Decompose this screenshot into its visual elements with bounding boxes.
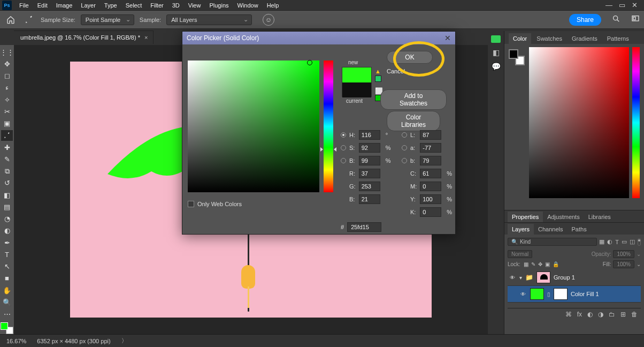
minimize-icon[interactable]: — [605, 1, 612, 9]
document-tab[interactable]: umbrella.jpeg @ 16.7% (Color Fill 1, RGB… [14, 31, 154, 44]
menu-file[interactable]: File [15, 1, 33, 10]
radio-s[interactable] [341, 145, 346, 150]
radio-l[interactable] [402, 132, 407, 138]
tab-properties[interactable]: Properties [508, 212, 543, 222]
tab-swatches[interactable]: Swatches [532, 33, 566, 44]
gradient-tool[interactable]: ▤ [1, 201, 13, 212]
stamp-tool[interactable]: ⧉ [1, 166, 13, 177]
current-color-swatch[interactable] [342, 82, 371, 97]
input-k[interactable] [420, 207, 441, 217]
delete-layer-icon[interactable]: 🗑 [631, 311, 638, 318]
zoom-tool[interactable]: 🔍 [1, 297, 13, 307]
fg-bg-swatch[interactable] [1, 322, 13, 334]
tab-channels[interactable]: Channels [534, 224, 567, 235]
history-brush-tool[interactable]: ↺ [1, 178, 13, 188]
blur-tool[interactable]: ◔ [1, 214, 13, 224]
link-mask-icon[interactable]: ▯ [547, 291, 550, 297]
visibility-toggle-icon[interactable]: 👁 [519, 291, 527, 297]
mask-thumb[interactable] [554, 288, 568, 300]
search-icon[interactable] [612, 14, 620, 25]
sample-select[interactable]: All Layers [166, 14, 252, 25]
fill-layer-name[interactable]: Color Fill 1 [571, 291, 599, 297]
blend-mode-select[interactable]: Normal [508, 250, 532, 258]
hand-tool[interactable]: ✋ [1, 285, 13, 296]
menu-3d[interactable]: 3D [168, 1, 184, 10]
fill-thumb[interactable] [530, 288, 544, 300]
move-tool[interactable]: ✥ [1, 58, 13, 69]
group-mask-thumb[interactable] [536, 271, 550, 283]
new-color-swatch[interactable] [342, 67, 371, 82]
menu-type[interactable]: Type [100, 1, 121, 10]
filter-smart-icon[interactable]: ◫ [630, 238, 635, 245]
filter-adjust-icon[interactable]: ◐ [607, 238, 612, 245]
input-hex[interactable] [347, 222, 381, 232]
tab-patterns[interactable]: Patterns [603, 33, 633, 44]
eyedropper-tool[interactable] [1, 130, 13, 141]
filter-pixel-icon[interactable]: ▦ [599, 238, 604, 245]
sample-size-select[interactable]: Point Sample [81, 14, 134, 25]
new-group-icon[interactable]: 🗀 [609, 311, 615, 318]
radio-lab-b[interactable] [402, 158, 407, 163]
dodge-tool[interactable]: ◐ [1, 225, 13, 236]
group-name[interactable]: Group 1 [554, 274, 575, 281]
tab-paths[interactable]: Paths [568, 224, 591, 235]
menu-view[interactable]: View [184, 1, 205, 10]
opacity-input[interactable]: 100% [613, 250, 634, 258]
menu-window[interactable]: Window [233, 1, 263, 10]
fg-color-swatch[interactable] [1, 322, 8, 330]
menu-filter[interactable]: Filter [146, 1, 167, 10]
status-chevron-icon[interactable]: 〉 [121, 337, 127, 345]
fill-chevron-icon[interactable]: ⌄ [637, 261, 641, 267]
maximize-icon[interactable]: ▭ [619, 1, 625, 9]
filter-shape-icon[interactable]: ▭ [622, 238, 627, 245]
input-g[interactable] [359, 182, 380, 191]
panel-fgbg-swatch[interactable] [509, 49, 525, 65]
workspace-icon[interactable] [631, 14, 640, 25]
color-libraries-button[interactable]: Color Libraries [387, 111, 440, 131]
hue-slider[interactable] [324, 61, 333, 192]
input-h[interactable] [359, 130, 380, 140]
type-tool[interactable]: T [1, 249, 13, 260]
menu-help[interactable]: Help [263, 1, 283, 10]
fx-menu-icon[interactable]: fx [577, 311, 582, 318]
radio-h[interactable] [341, 132, 346, 138]
lock-artboard-icon[interactable]: ▣ [545, 261, 550, 267]
heal-tool[interactable]: ✚ [1, 142, 13, 153]
layer-filter-kind-select[interactable]: 🔍 Kind [508, 238, 597, 246]
collapsed-color-icon[interactable] [491, 35, 501, 43]
grip-icon[interactable]: ⋮⋮ [1, 47, 13, 57]
lock-position-icon[interactable]: ✥ [538, 261, 542, 267]
home-button[interactable] [4, 13, 17, 26]
gamut-warning-swatch[interactable] [375, 76, 381, 82]
input-r[interactable] [359, 169, 380, 178]
wand-tool[interactable]: ✧ [1, 94, 13, 105]
ok-button[interactable]: OK [387, 51, 433, 64]
tab-color[interactable]: Color [509, 33, 531, 44]
tab-libraries[interactable]: Libraries [584, 212, 615, 222]
share-button[interactable]: Share [569, 14, 601, 26]
menu-plugins[interactable]: Plugins [205, 1, 233, 10]
input-l[interactable] [420, 130, 441, 140]
dialog-close-icon[interactable]: ✕ [444, 34, 451, 42]
layer-colorfill-row[interactable]: 👁 ▯ Color Fill 1 [508, 286, 641, 303]
menu-image[interactable]: Image [52, 1, 77, 10]
lasso-tool[interactable]: ء [1, 82, 13, 93]
tab-adjustments[interactable]: Adjustments [543, 212, 584, 222]
eraser-tool[interactable]: ◧ [1, 190, 13, 200]
saturation-value-field[interactable] [188, 61, 319, 192]
path-tool[interactable]: ↖ [1, 261, 13, 272]
input-s[interactable] [359, 143, 380, 153]
input-y[interactable] [420, 194, 441, 204]
collapsed-comment-icon[interactable]: 💬 [492, 62, 501, 71]
input-lab-b[interactable] [420, 156, 441, 165]
add-mask-icon[interactable]: ◐ [587, 311, 593, 318]
visibility-toggle-icon[interactable]: 👁 [509, 275, 516, 281]
fill-input[interactable]: 100% [613, 260, 634, 268]
layer-group-row[interactable]: 👁 ▾ 📁 Group 1 [508, 269, 641, 286]
edit-toolbar-icon[interactable]: ⋯ [1, 309, 13, 320]
radio-b[interactable] [341, 158, 346, 163]
opacity-chevron-icon[interactable]: ⌄ [637, 251, 641, 257]
marquee-tool[interactable]: ◻ [1, 71, 13, 81]
zoom-readout[interactable]: 16.67% [6, 338, 26, 344]
cancel-button[interactable]: Cancel [387, 68, 433, 74]
